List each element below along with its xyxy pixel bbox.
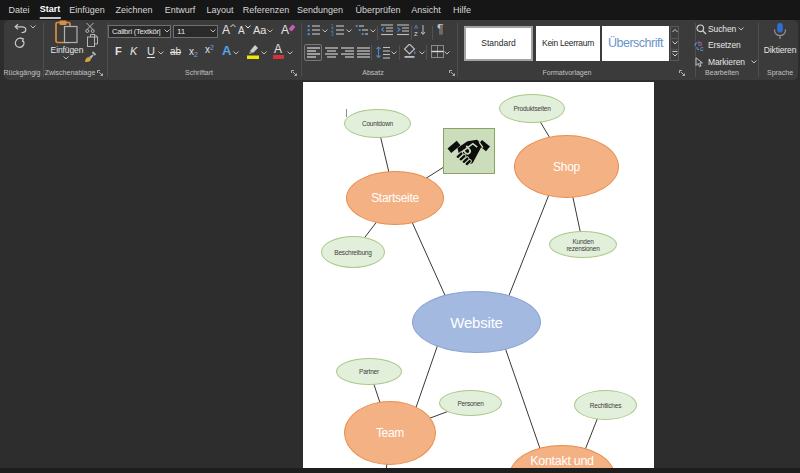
svg-text:Z: Z xyxy=(414,31,418,36)
svg-text:c: c xyxy=(700,45,704,52)
svg-text:A: A xyxy=(414,24,419,30)
svg-text:3: 3 xyxy=(331,32,334,36)
